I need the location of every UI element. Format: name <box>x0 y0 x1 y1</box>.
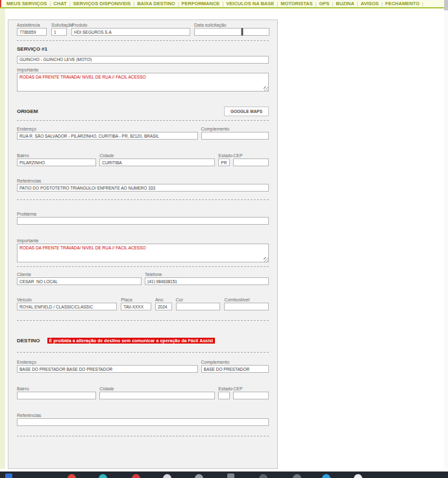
dim-gray-app-icon[interactable] <box>293 474 301 478</box>
divider <box>17 320 269 321</box>
destino-bairro-input[interactable] <box>17 392 96 399</box>
destino-estado-input[interactable] <box>218 392 230 399</box>
nav-separator: | <box>69 1 71 6</box>
page-scrollbar[interactable] <box>444 0 448 469</box>
problema-input[interactable] <box>17 217 269 225</box>
origem-header-row: ORIGEM GOOGLE MAPS <box>17 107 269 116</box>
combustivel-input[interactable] <box>224 303 269 310</box>
telefone-input[interactable] <box>145 277 269 285</box>
data-solicitacao-input[interactable] <box>194 28 242 36</box>
placa-input[interactable] <box>121 303 151 310</box>
origem-importante-wrap: RODAS DA FRENTE TRAVADA/ NIVEL DE RUA //… <box>17 244 269 262</box>
teal-circle-app-icon[interactable] <box>99 474 107 478</box>
origem-complemento-label: Complemento <box>201 126 269 132</box>
nav-item-motoristas[interactable]: MOTORISTAS <box>280 1 312 6</box>
nav-underline <box>0 7 448 8</box>
cliente-input[interactable] <box>17 277 142 285</box>
origem-referencias-input[interactable] <box>17 184 269 192</box>
destino-endereco-input[interactable] <box>17 365 198 373</box>
nav-item-gps[interactable]: GPS <box>319 1 329 6</box>
nav-item-servicos-disponiveis[interactable]: SERVIÇOS DISPONIVEIS <box>73 1 131 6</box>
origem-cep-label: CEP <box>233 153 269 158</box>
destino-bairro-label: Bairro <box>17 386 96 392</box>
veiculo-input[interactable] <box>17 303 117 310</box>
destino-endereco-label: Endereço <box>17 359 198 365</box>
destino-title: DESTINO <box>17 338 40 344</box>
cor-input[interactable] <box>176 303 221 310</box>
origem-referencias-label: Referências <box>17 178 269 184</box>
red-circle-app-icon[interactable] <box>68 474 76 478</box>
resize-handle-icon[interactable] <box>264 86 268 91</box>
blue-circle-app-icon[interactable] <box>322 474 330 478</box>
telefone-label: Telefone <box>145 271 269 277</box>
light-gray-app-icon[interactable] <box>163 474 171 478</box>
placa-label: Placa <box>121 297 151 303</box>
blue-square-app-icon[interactable] <box>5 473 12 478</box>
produto-input[interactable] <box>71 28 190 36</box>
resize-handle-icon[interactable] <box>264 257 268 262</box>
destino-bairro-row: Bairro Cidade Estado CEP <box>17 386 269 399</box>
destino-referencias-label: Referências <box>17 412 269 418</box>
destino-estado-label: Estado <box>218 386 230 392</box>
divider <box>17 40 269 41</box>
divider <box>17 266 269 267</box>
google-maps-button[interactable]: GOOGLE MAPS <box>224 107 269 116</box>
destino-referencias-input[interactable] <box>17 418 269 426</box>
scrollbar-thumb[interactable] <box>444 0 448 10</box>
servico-importante-wrap: RODAS DA FRENTE TRAVADA/ NIVEL DE RUA //… <box>17 73 269 92</box>
assistencia-input[interactable] <box>17 28 47 36</box>
servico-importante-textarea[interactable]: RODAS DA FRENTE TRAVADA/ NIVEL DE RUA //… <box>17 73 269 92</box>
origem-cep-input[interactable] <box>233 158 269 166</box>
origem-estado-input[interactable] <box>218 158 230 166</box>
origem-importante-textarea[interactable]: RODAS DA FRENTE TRAVADA/ NIVEL DE RUA //… <box>17 244 269 262</box>
nav-separator: | <box>422 1 423 6</box>
origem-endereco-label: Endereço <box>17 126 198 132</box>
solicitacao-input[interactable] <box>51 28 67 36</box>
data-solicitacao-label: Data solicitação <box>194 22 269 28</box>
veiculo-label: Veículo <box>17 297 117 303</box>
nav-item-avisos[interactable]: AVISOS <box>361 1 379 6</box>
red-circle-app-icon-2[interactable] <box>132 474 140 478</box>
problema-group: Problema <box>17 211 269 225</box>
nav-separator: | <box>316 1 317 6</box>
nav-item-fechamento[interactable]: FECHAMENTO <box>385 1 419 6</box>
nav-item-baixa-destino[interactable]: BAIXA DESTINO <box>137 1 175 6</box>
assistencia-label: Assistência <box>17 22 47 28</box>
cor-label: Cor <box>176 297 221 303</box>
nav-item-chat[interactable]: CHAT <box>53 1 66 6</box>
destino-complemento-input[interactable] <box>201 365 269 373</box>
divider <box>17 352 269 353</box>
dark-gray-app-icon[interactable] <box>259 474 268 478</box>
origem-bairro-row: Bairro Cidade Estado CEP <box>17 153 269 166</box>
nav-item-meus-servicos[interactable]: MEUS SERVIÇOS <box>6 1 47 6</box>
divider <box>17 120 269 121</box>
white-circle-app-icon[interactable] <box>354 474 362 478</box>
destino-cep-input[interactable] <box>233 392 269 399</box>
hora-solicitacao-input[interactable] <box>243 28 269 36</box>
nav-separator: | <box>357 1 358 6</box>
nav-item-veiculos-na-base[interactable]: VEICULOS NA BASE <box>226 1 274 6</box>
nav-separator: | <box>178 1 179 6</box>
solicitacao-label: Solicitação <box>51 22 67 28</box>
origem-cidade-input[interactable] <box>99 158 215 166</box>
gray-square-app-icon[interactable] <box>227 473 234 478</box>
destino-endereco-row: Endereço Complemento <box>17 359 269 373</box>
ano-input[interactable] <box>155 303 172 310</box>
header-row: Assistência Solicitação Produto Data sol… <box>17 22 269 36</box>
origem-endereco-input[interactable] <box>17 132 198 140</box>
servico-tipo-input[interactable] <box>17 56 269 64</box>
destino-cep-label: CEP <box>233 386 269 392</box>
ano-label: Ano <box>155 297 172 303</box>
nav-item-performance[interactable]: PERFORMANCE <box>182 1 220 6</box>
nav-item-buzina[interactable]: BUZINA <box>336 1 354 6</box>
origem-bairro-input[interactable] <box>17 158 96 166</box>
origem-estado-label: Estado <box>218 153 230 158</box>
destino-cidade-input[interactable] <box>99 392 215 399</box>
destino-cidade-label: Cidade <box>99 386 215 392</box>
destino-referencias-group: Referências <box>17 412 269 426</box>
gray-app-icon[interactable] <box>195 474 203 478</box>
origem-complemento-input[interactable] <box>201 132 269 140</box>
os-taskbar[interactable] <box>0 472 448 478</box>
servico-importante-label: Importante <box>17 67 269 73</box>
veiculo-row: Veículo Placa Ano Cor Combustível <box>17 297 269 310</box>
